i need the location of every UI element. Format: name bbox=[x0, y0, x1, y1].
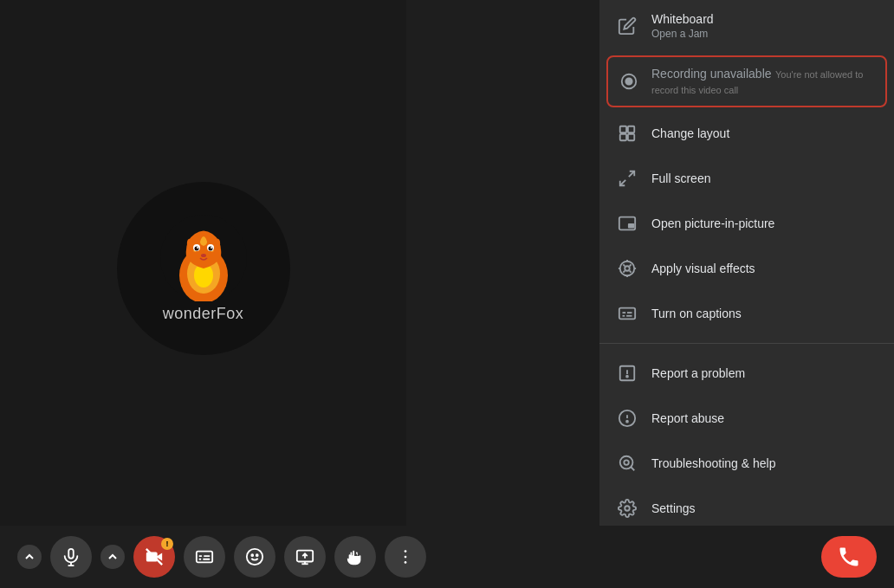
logo-text: wonderFox bbox=[163, 305, 244, 323]
svg-rect-46 bbox=[199, 559, 202, 560]
svg-point-34 bbox=[626, 376, 628, 378]
svg-rect-13 bbox=[620, 126, 626, 132]
svg-rect-20 bbox=[628, 223, 634, 229]
svg-point-10 bbox=[201, 254, 206, 257]
camera-button[interactable]: ! bbox=[133, 536, 175, 578]
svg-point-49 bbox=[251, 554, 253, 556]
settings-icon bbox=[617, 498, 638, 519]
svg-point-21 bbox=[625, 266, 630, 271]
menu-item-troubleshooting[interactable]: Troubleshooting & help bbox=[599, 441, 894, 486]
svg-rect-47 bbox=[203, 559, 210, 560]
svg-point-39 bbox=[624, 460, 629, 465]
svg-point-54 bbox=[405, 550, 407, 552]
more-options-button[interactable] bbox=[385, 536, 426, 578]
menu-item-label: Troubleshooting & help bbox=[651, 456, 775, 470]
present-button[interactable] bbox=[284, 536, 326, 578]
menu-item-captions[interactable]: Turn on captions bbox=[599, 291, 894, 336]
camera-notification-badge: ! bbox=[161, 538, 173, 550]
effects-icon bbox=[617, 258, 638, 279]
fullscreen-icon bbox=[617, 168, 638, 189]
svg-point-6 bbox=[194, 246, 198, 250]
menu-item-whiteboard[interactable]: Whiteboard Open a Jam bbox=[599, 0, 894, 52]
svg-point-38 bbox=[620, 456, 633, 469]
svg-point-48 bbox=[247, 549, 262, 565]
menu-item-label: Whiteboard bbox=[651, 12, 714, 26]
menu-item-change-layout[interactable]: Change layout bbox=[599, 111, 894, 156]
svg-point-22 bbox=[620, 262, 635, 276]
end-call-button[interactable] bbox=[821, 536, 877, 578]
emoji-button[interactable] bbox=[234, 536, 275, 578]
report-problem-icon bbox=[617, 363, 638, 384]
svg-rect-15 bbox=[620, 134, 626, 140]
edit-icon bbox=[617, 16, 638, 36]
svg-point-37 bbox=[626, 421, 628, 423]
dropdown-menu: Whiteboard Open a Jam Recording unavaila… bbox=[599, 0, 894, 588]
svg-point-9 bbox=[211, 247, 212, 249]
help-icon bbox=[617, 453, 638, 474]
menu-item-label: Settings bbox=[651, 501, 696, 515]
menu-item-label: Apply visual effects bbox=[651, 262, 755, 275]
svg-point-55 bbox=[405, 556, 407, 559]
bottom-toolbar: ! bbox=[0, 526, 894, 588]
menu-item-report-abuse[interactable]: Report abuse bbox=[599, 396, 894, 441]
menu-item-label: Change layout bbox=[651, 126, 729, 140]
menu-item-recording[interactable]: Recording unavailable You're not allowed… bbox=[606, 55, 887, 107]
audio-options-chevron[interactable] bbox=[17, 545, 42, 569]
raise-hand-button[interactable] bbox=[334, 536, 376, 578]
svg-line-18 bbox=[620, 180, 625, 185]
svg-point-12 bbox=[625, 78, 632, 84]
menu-item-label: Report a problem bbox=[651, 366, 745, 380]
record-icon bbox=[619, 71, 639, 92]
menu-item-report-problem[interactable]: Report a problem bbox=[599, 351, 894, 396]
svg-point-50 bbox=[256, 554, 258, 556]
menu-item-settings[interactable]: Settings bbox=[599, 486, 894, 531]
microphone-button[interactable] bbox=[50, 536, 92, 578]
svg-rect-45 bbox=[204, 555, 210, 557]
video-area: wonderFox bbox=[0, 0, 406, 537]
menu-item-label: Open picture-in-picture bbox=[651, 216, 774, 230]
svg-rect-44 bbox=[199, 555, 203, 557]
menu-item-full-screen[interactable]: Full screen bbox=[599, 156, 894, 201]
svg-point-7 bbox=[208, 246, 212, 250]
svg-point-8 bbox=[197, 247, 198, 249]
captions-icon bbox=[617, 303, 638, 324]
participant-avatar: wonderFox bbox=[117, 182, 290, 355]
menu-divider bbox=[599, 343, 894, 344]
report-abuse-icon bbox=[617, 408, 638, 429]
menu-item-label: Recording unavailable bbox=[651, 67, 772, 81]
menu-item-label: Report abuse bbox=[651, 411, 724, 425]
menu-item-label: Full screen bbox=[651, 171, 710, 185]
pip-icon bbox=[617, 213, 638, 234]
captions-button[interactable] bbox=[184, 536, 225, 578]
svg-point-56 bbox=[405, 561, 407, 564]
svg-line-17 bbox=[629, 171, 634, 177]
svg-rect-14 bbox=[628, 126, 634, 132]
layout-icon bbox=[617, 123, 638, 144]
video-options-chevron[interactable] bbox=[100, 545, 125, 569]
menu-item-pip[interactable]: Open picture-in-picture bbox=[599, 201, 894, 246]
svg-point-41 bbox=[625, 506, 630, 511]
menu-item-label: Turn on captions bbox=[651, 307, 742, 320]
menu-item-sublabel: Open a Jam bbox=[651, 28, 714, 40]
menu-item-visual-effects[interactable]: Apply visual effects bbox=[599, 246, 894, 291]
wonderfox-logo-svg bbox=[160, 215, 247, 301]
svg-rect-16 bbox=[628, 134, 634, 140]
